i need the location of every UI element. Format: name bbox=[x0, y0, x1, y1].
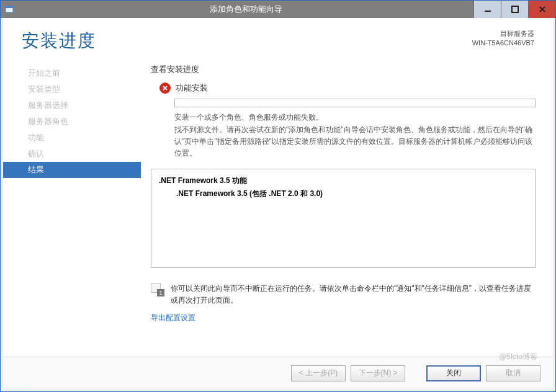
next-button: 下一步(N) > bbox=[351, 365, 405, 381]
flag-icon: 1 bbox=[151, 283, 164, 296]
nav-item-installation-type: 安装类型 bbox=[3, 81, 141, 97]
titlebar: 添加角色和功能向导 bbox=[1, 1, 555, 18]
nav-item-features: 功能 bbox=[3, 130, 141, 146]
maximize-button[interactable] bbox=[501, 1, 528, 18]
svg-rect-2 bbox=[485, 11, 491, 12]
feature-item-child: .NET Framework 3.5 (包括 .NET 2.0 和 3.0) bbox=[159, 189, 527, 199]
content: 查看安装进度 功能安装 安装一个或多个角色、角色服务或功能失败。 找不到源文件。… bbox=[141, 56, 553, 357]
nav-item-server-roles: 服务器角色 bbox=[3, 114, 141, 130]
target-server-label: 目标服务器 bbox=[472, 29, 534, 38]
status-detail: 找不到源文件。请再次尝试在新的"添加角色和功能"向导会话中安装角色、角色服务或功… bbox=[151, 124, 536, 160]
window-title: 添加角色和功能向导 bbox=[18, 4, 473, 15]
minimize-button[interactable] bbox=[473, 1, 501, 18]
middle: 开始之前 安装类型 服务器选择 服务器角色 功能 确认 结果 查看安装进度 功能… bbox=[3, 56, 553, 357]
previous-button: < 上一步(P) bbox=[291, 365, 346, 381]
target-server-name: WIN-T5A6CN46VB7 bbox=[472, 38, 534, 48]
wizard-nav: 开始之前 安装类型 服务器选择 服务器角色 功能 确认 结果 bbox=[3, 56, 141, 357]
error-icon bbox=[159, 82, 171, 94]
section-title: 查看安装进度 bbox=[151, 64, 536, 75]
svg-rect-3 bbox=[512, 6, 518, 12]
wizard-window: 添加角色和功能向导 安装进度 目标服务器 WIN-T5A6CN46VB7 开始之… bbox=[0, 0, 556, 392]
footer-buttons: < 上一步(P) 下一步(N) > 关闭 取消 bbox=[3, 357, 553, 389]
close-wizard-button[interactable]: 关闭 bbox=[426, 365, 481, 381]
progress-bar bbox=[174, 99, 536, 107]
page-title: 安装进度 bbox=[22, 29, 96, 53]
note-text: 你可以关闭此向导而不中断正在运行的任务。请依次单击命令栏中的"通知"和"任务详细… bbox=[171, 283, 536, 306]
nav-item-server-selection: 服务器选择 bbox=[3, 97, 141, 114]
status-row: 功能安装 bbox=[151, 82, 536, 94]
header: 安装进度 目标服务器 WIN-T5A6CN46VB7 bbox=[3, 18, 553, 56]
window-controls bbox=[473, 1, 555, 18]
export-settings-link[interactable]: 导出配置设置 bbox=[151, 313, 536, 323]
close-button[interactable] bbox=[528, 1, 555, 18]
feature-list[interactable]: .NET Framework 3.5 功能 .NET Framework 3.5… bbox=[151, 169, 536, 268]
svg-rect-1 bbox=[6, 6, 13, 8]
app-icon bbox=[1, 1, 18, 18]
note-row: 1 你可以关闭此向导而不中断正在运行的任务。请依次单击命令栏中的"通知"和"任务… bbox=[151, 283, 536, 306]
nav-item-results[interactable]: 结果 bbox=[3, 162, 141, 178]
target-server-info: 目标服务器 WIN-T5A6CN46VB7 bbox=[472, 29, 534, 48]
status-message: 安装一个或多个角色、角色服务或功能失败。 bbox=[151, 112, 536, 123]
cancel-button: 取消 bbox=[486, 365, 540, 381]
wizard-body: 安装进度 目标服务器 WIN-T5A6CN46VB7 开始之前 安装类型 服务器… bbox=[1, 18, 555, 391]
status-label: 功能安装 bbox=[176, 82, 208, 94]
feature-item-parent: .NET Framework 3.5 功能 bbox=[159, 176, 527, 186]
nav-item-before-you-begin: 开始之前 bbox=[3, 65, 141, 81]
nav-item-confirmation: 确认 bbox=[3, 146, 141, 162]
